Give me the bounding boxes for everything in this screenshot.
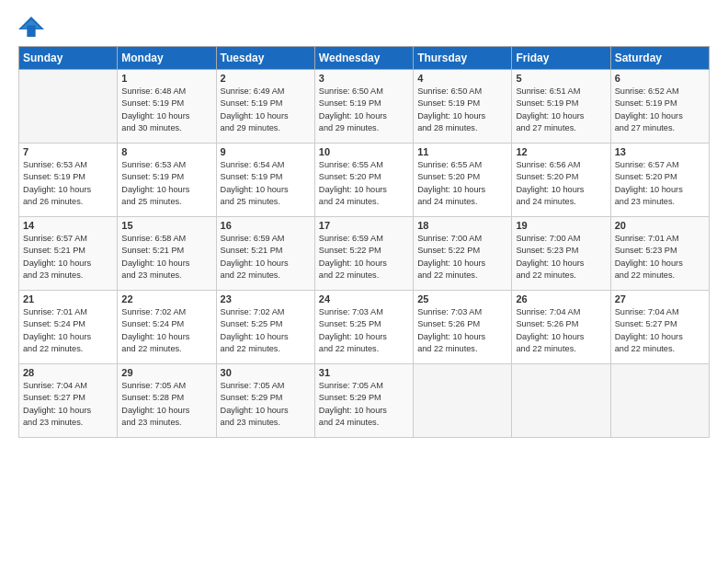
- day-info: Sunrise: 7:04 AM Sunset: 5:27 PM Dayligh…: [615, 306, 705, 355]
- day-info: Sunrise: 7:05 AM Sunset: 5:29 PM Dayligh…: [319, 380, 409, 429]
- header-cell-friday: Friday: [512, 47, 610, 70]
- header-cell-sunday: Sunday: [19, 47, 118, 70]
- day-number: 27: [615, 293, 705, 304]
- day-number: 15: [121, 220, 211, 231]
- calendar-cell: 1Sunrise: 6:48 AM Sunset: 5:19 PM Daylig…: [118, 70, 216, 144]
- calendar-cell: 21Sunrise: 7:01 AM Sunset: 5:24 PM Dayli…: [19, 291, 118, 364]
- calendar-cell: 3Sunrise: 6:50 AM Sunset: 5:19 PM Daylig…: [314, 70, 413, 144]
- logo: [18, 17, 48, 37]
- header-cell-thursday: Thursday: [414, 47, 512, 70]
- calendar-cell: 30Sunrise: 7:05 AM Sunset: 5:29 PM Dayli…: [216, 364, 314, 438]
- day-info: Sunrise: 6:48 AM Sunset: 5:19 PM Dayligh…: [121, 86, 211, 134]
- calendar-cell: 6Sunrise: 6:52 AM Sunset: 5:19 PM Daylig…: [610, 70, 709, 144]
- day-number: 16: [221, 220, 311, 231]
- calendar-page: SundayMondayTuesdayWednesdayThursdayFrid…: [0, 0, 728, 563]
- day-info: Sunrise: 6:50 AM Sunset: 5:19 PM Dayligh…: [417, 86, 507, 134]
- calendar-cell: 7Sunrise: 6:53 AM Sunset: 5:19 PM Daylig…: [19, 144, 118, 217]
- day-number: 22: [121, 293, 211, 304]
- day-number: 10: [319, 146, 409, 157]
- day-number: 8: [121, 146, 211, 157]
- day-info: Sunrise: 7:00 AM Sunset: 5:23 PM Dayligh…: [516, 233, 606, 282]
- calendar-cell: 4Sunrise: 6:50 AM Sunset: 5:19 PM Daylig…: [414, 70, 512, 144]
- day-number: 29: [121, 367, 211, 378]
- calendar-cell: 15Sunrise: 6:58 AM Sunset: 5:21 PM Dayli…: [118, 217, 216, 291]
- calendar-cell: 14Sunrise: 6:57 AM Sunset: 5:21 PM Dayli…: [19, 217, 118, 291]
- header-cell-saturday: Saturday: [610, 47, 709, 70]
- calendar-cell: 10Sunrise: 6:55 AM Sunset: 5:20 PM Dayli…: [314, 144, 413, 217]
- calendar-cell: 8Sunrise: 6:53 AM Sunset: 5:19 PM Daylig…: [118, 144, 216, 217]
- day-number: 31: [319, 367, 409, 378]
- day-number: 2: [221, 73, 311, 84]
- day-info: Sunrise: 6:54 AM Sunset: 5:19 PM Dayligh…: [221, 159, 311, 208]
- week-row-5: 28Sunrise: 7:04 AM Sunset: 5:27 PM Dayli…: [19, 364, 710, 438]
- calendar-cell: 23Sunrise: 7:02 AM Sunset: 5:25 PM Dayli…: [216, 291, 314, 364]
- day-number: 18: [417, 220, 507, 231]
- day-info: Sunrise: 6:55 AM Sunset: 5:20 PM Dayligh…: [417, 159, 507, 208]
- day-number: 30: [221, 367, 311, 378]
- day-info: Sunrise: 7:01 AM Sunset: 5:23 PM Dayligh…: [615, 233, 705, 282]
- calendar-header: SundayMondayTuesdayWednesdayThursdayFrid…: [19, 47, 710, 70]
- day-info: Sunrise: 6:49 AM Sunset: 5:19 PM Dayligh…: [221, 86, 311, 134]
- day-number: 25: [417, 293, 507, 304]
- logo-icon: [18, 17, 44, 37]
- day-number: 6: [615, 73, 705, 84]
- day-number: 21: [23, 293, 113, 304]
- day-number: 28: [23, 367, 113, 378]
- header-cell-tuesday: Tuesday: [216, 47, 314, 70]
- calendar-table: SundayMondayTuesdayWednesdayThursdayFrid…: [18, 46, 710, 438]
- week-row-3: 14Sunrise: 6:57 AM Sunset: 5:21 PM Dayli…: [19, 217, 710, 291]
- calendar-cell: 27Sunrise: 7:04 AM Sunset: 5:27 PM Dayli…: [610, 291, 709, 364]
- day-info: Sunrise: 6:55 AM Sunset: 5:20 PM Dayligh…: [319, 159, 409, 208]
- day-info: Sunrise: 6:57 AM Sunset: 5:20 PM Dayligh…: [615, 159, 705, 208]
- week-row-2: 7Sunrise: 6:53 AM Sunset: 5:19 PM Daylig…: [19, 144, 710, 217]
- calendar-cell: 13Sunrise: 6:57 AM Sunset: 5:20 PM Dayli…: [610, 144, 709, 217]
- day-number: 7: [23, 146, 113, 157]
- day-info: Sunrise: 7:01 AM Sunset: 5:24 PM Dayligh…: [23, 306, 113, 355]
- calendar-cell: 9Sunrise: 6:54 AM Sunset: 5:19 PM Daylig…: [216, 144, 314, 217]
- header-cell-wednesday: Wednesday: [314, 47, 413, 70]
- calendar-cell: [414, 364, 512, 438]
- day-info: Sunrise: 7:03 AM Sunset: 5:26 PM Dayligh…: [417, 306, 507, 355]
- calendar-cell: 5Sunrise: 6:51 AM Sunset: 5:19 PM Daylig…: [512, 70, 610, 144]
- day-info: Sunrise: 6:53 AM Sunset: 5:19 PM Dayligh…: [23, 159, 113, 208]
- calendar-cell: [512, 364, 610, 438]
- day-info: Sunrise: 6:56 AM Sunset: 5:20 PM Dayligh…: [516, 159, 606, 208]
- day-number: 11: [417, 146, 507, 157]
- header-cell-monday: Monday: [118, 47, 216, 70]
- calendar-cell: 29Sunrise: 7:05 AM Sunset: 5:28 PM Dayli…: [118, 364, 216, 438]
- day-number: 19: [516, 220, 606, 231]
- calendar-cell: 31Sunrise: 7:05 AM Sunset: 5:29 PM Dayli…: [314, 364, 413, 438]
- day-info: Sunrise: 6:53 AM Sunset: 5:19 PM Dayligh…: [121, 159, 211, 208]
- day-number: 20: [615, 220, 705, 231]
- calendar-cell: 25Sunrise: 7:03 AM Sunset: 5:26 PM Dayli…: [414, 291, 512, 364]
- calendar-cell: [610, 364, 709, 438]
- calendar-cell: 12Sunrise: 6:56 AM Sunset: 5:20 PM Dayli…: [512, 144, 610, 217]
- day-info: Sunrise: 7:04 AM Sunset: 5:27 PM Dayligh…: [23, 380, 113, 429]
- day-number: 1: [121, 73, 211, 84]
- calendar-cell: 22Sunrise: 7:02 AM Sunset: 5:24 PM Dayli…: [118, 291, 216, 364]
- day-info: Sunrise: 6:59 AM Sunset: 5:22 PM Dayligh…: [319, 233, 409, 282]
- week-row-1: 1Sunrise: 6:48 AM Sunset: 5:19 PM Daylig…: [19, 70, 710, 144]
- calendar-cell: 24Sunrise: 7:03 AM Sunset: 5:25 PM Dayli…: [314, 291, 413, 364]
- day-info: Sunrise: 6:50 AM Sunset: 5:19 PM Dayligh…: [319, 86, 409, 134]
- calendar-cell: 19Sunrise: 7:00 AM Sunset: 5:23 PM Dayli…: [512, 217, 610, 291]
- header-row: SundayMondayTuesdayWednesdayThursdayFrid…: [19, 47, 710, 70]
- day-info: Sunrise: 6:52 AM Sunset: 5:19 PM Dayligh…: [615, 86, 705, 134]
- day-number: 26: [516, 293, 606, 304]
- calendar-cell: 16Sunrise: 6:59 AM Sunset: 5:21 PM Dayli…: [216, 217, 314, 291]
- day-number: 13: [615, 146, 705, 157]
- day-info: Sunrise: 7:02 AM Sunset: 5:25 PM Dayligh…: [221, 306, 311, 355]
- day-info: Sunrise: 6:58 AM Sunset: 5:21 PM Dayligh…: [121, 233, 211, 282]
- day-info: Sunrise: 7:04 AM Sunset: 5:26 PM Dayligh…: [516, 306, 606, 355]
- day-info: Sunrise: 7:00 AM Sunset: 5:22 PM Dayligh…: [417, 233, 507, 282]
- day-number: 24: [319, 293, 409, 304]
- day-number: 3: [319, 73, 409, 84]
- day-info: Sunrise: 7:03 AM Sunset: 5:25 PM Dayligh…: [319, 306, 409, 355]
- day-number: 12: [516, 146, 606, 157]
- day-info: Sunrise: 7:05 AM Sunset: 5:29 PM Dayligh…: [221, 380, 311, 429]
- day-number: 17: [319, 220, 409, 231]
- day-info: Sunrise: 6:57 AM Sunset: 5:21 PM Dayligh…: [23, 233, 113, 282]
- calendar-cell: 2Sunrise: 6:49 AM Sunset: 5:19 PM Daylig…: [216, 70, 314, 144]
- header: [18, 17, 710, 37]
- calendar-cell: 17Sunrise: 6:59 AM Sunset: 5:22 PM Dayli…: [314, 217, 413, 291]
